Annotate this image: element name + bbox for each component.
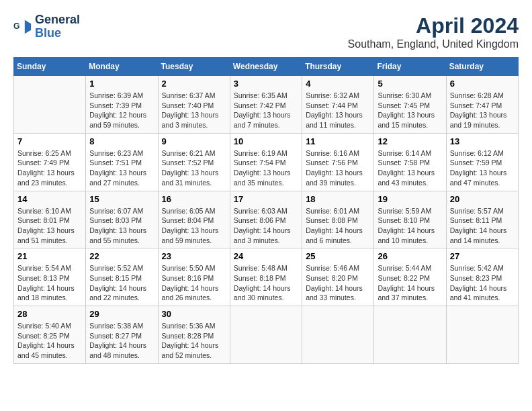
- calendar-cell: 15Sunrise: 6:07 AM Sunset: 8:03 PM Dayli…: [86, 191, 158, 248]
- day-info: Sunrise: 6:01 AM Sunset: 8:08 PM Dayligh…: [306, 206, 370, 246]
- day-info: Sunrise: 5:46 AM Sunset: 8:20 PM Dayligh…: [306, 263, 370, 303]
- day-number: 11: [306, 136, 370, 146]
- logo-icon: G: [13, 17, 32, 36]
- day-number: 26: [378, 251, 442, 261]
- calendar-cell: 12Sunrise: 6:14 AM Sunset: 7:58 PM Dayli…: [374, 133, 446, 191]
- calendar-cell: 17Sunrise: 6:03 AM Sunset: 8:06 PM Dayli…: [230, 191, 302, 248]
- column-header-friday: Friday: [374, 58, 446, 76]
- calendar-cell: 13Sunrise: 6:12 AM Sunset: 7:59 PM Dayli…: [446, 133, 518, 191]
- day-info: Sunrise: 5:48 AM Sunset: 8:18 PM Dayligh…: [234, 263, 298, 303]
- calendar-cell: 20Sunrise: 5:57 AM Sunset: 8:11 PM Dayli…: [446, 191, 518, 248]
- day-info: Sunrise: 6:21 AM Sunset: 7:52 PM Dayligh…: [162, 148, 226, 188]
- day-info: Sunrise: 6:39 AM Sunset: 7:39 PM Dayligh…: [89, 91, 154, 130]
- calendar-cell: 18Sunrise: 6:01 AM Sunset: 8:08 PM Dayli…: [302, 191, 374, 248]
- day-number: 4: [306, 79, 370, 89]
- day-number: 21: [17, 251, 82, 261]
- calendar-cell: 8Sunrise: 6:23 AM Sunset: 7:51 PM Daylig…: [86, 133, 158, 191]
- day-number: 25: [306, 251, 370, 261]
- main-title: April 2024: [348, 13, 519, 38]
- calendar-cell: 28Sunrise: 5:40 AM Sunset: 8:25 PM Dayli…: [14, 306, 86, 364]
- calendar-cell: 25Sunrise: 5:46 AM Sunset: 8:20 PM Dayli…: [302, 248, 374, 306]
- subtitle: Southam, England, United Kingdom: [348, 38, 519, 50]
- day-number: 8: [89, 136, 154, 146]
- calendar-cell: 16Sunrise: 6:05 AM Sunset: 8:04 PM Dayli…: [158, 191, 230, 248]
- calendar-header-row: SundayMondayTuesdayWednesdayThursdayFrid…: [14, 58, 519, 76]
- day-number: 13: [450, 136, 515, 146]
- day-info: Sunrise: 6:32 AM Sunset: 7:44 PM Dayligh…: [306, 91, 370, 130]
- week-row-3: 14Sunrise: 6:10 AM Sunset: 8:01 PM Dayli…: [14, 191, 519, 248]
- logo-line2: Blue: [35, 27, 80, 40]
- day-number: 27: [450, 251, 515, 261]
- day-number: 19: [378, 194, 442, 204]
- day-info: Sunrise: 5:40 AM Sunset: 8:25 PM Dayligh…: [17, 321, 82, 361]
- day-info: Sunrise: 6:16 AM Sunset: 7:56 PM Dayligh…: [306, 148, 370, 188]
- calendar-body: 1Sunrise: 6:39 AM Sunset: 7:39 PM Daylig…: [14, 76, 519, 364]
- day-number: 28: [17, 309, 82, 319]
- calendar-cell: 6Sunrise: 6:28 AM Sunset: 7:47 PM Daylig…: [446, 76, 518, 134]
- calendar-cell: [446, 306, 518, 364]
- day-number: 15: [89, 194, 154, 204]
- calendar-cell: 3Sunrise: 6:35 AM Sunset: 7:42 PM Daylig…: [230, 76, 302, 134]
- week-row-4: 21Sunrise: 5:54 AM Sunset: 8:13 PM Dayli…: [14, 248, 519, 306]
- day-info: Sunrise: 6:25 AM Sunset: 7:49 PM Dayligh…: [17, 148, 82, 188]
- calendar-cell: 19Sunrise: 5:59 AM Sunset: 8:10 PM Dayli…: [374, 191, 446, 248]
- logo: G General Blue: [13, 13, 80, 40]
- logo-text: General Blue: [35, 13, 80, 40]
- day-number: 12: [378, 136, 442, 146]
- day-info: Sunrise: 6:30 AM Sunset: 7:45 PM Dayligh…: [378, 91, 442, 130]
- day-info: Sunrise: 5:44 AM Sunset: 8:22 PM Dayligh…: [378, 263, 442, 303]
- day-number: 9: [162, 136, 226, 146]
- logo-line1: General: [35, 13, 80, 27]
- week-row-2: 7Sunrise: 6:25 AM Sunset: 7:49 PM Daylig…: [14, 133, 519, 191]
- column-header-thursday: Thursday: [302, 58, 374, 76]
- day-info: Sunrise: 6:23 AM Sunset: 7:51 PM Dayligh…: [89, 148, 154, 188]
- day-info: Sunrise: 6:37 AM Sunset: 7:40 PM Dayligh…: [162, 91, 226, 130]
- day-number: 10: [234, 136, 298, 146]
- day-number: 18: [306, 194, 370, 204]
- calendar-cell: 26Sunrise: 5:44 AM Sunset: 8:22 PM Dayli…: [374, 248, 446, 306]
- column-header-monday: Monday: [86, 58, 158, 76]
- day-number: 30: [162, 309, 226, 319]
- day-info: Sunrise: 6:07 AM Sunset: 8:03 PM Dayligh…: [89, 206, 154, 246]
- day-number: 6: [450, 79, 515, 89]
- calendar-cell: 1Sunrise: 6:39 AM Sunset: 7:39 PM Daylig…: [86, 76, 158, 134]
- day-number: 1: [89, 79, 154, 89]
- day-number: 7: [17, 136, 82, 146]
- calendar-cell: [230, 306, 302, 364]
- calendar-cell: 4Sunrise: 6:32 AM Sunset: 7:44 PM Daylig…: [302, 76, 374, 134]
- day-info: Sunrise: 5:52 AM Sunset: 8:15 PM Dayligh…: [89, 263, 154, 303]
- week-row-1: 1Sunrise: 6:39 AM Sunset: 7:39 PM Daylig…: [14, 76, 519, 134]
- day-number: 2: [162, 79, 226, 89]
- day-info: Sunrise: 5:57 AM Sunset: 8:11 PM Dayligh…: [450, 206, 515, 246]
- calendar-cell: 11Sunrise: 6:16 AM Sunset: 7:56 PM Dayli…: [302, 133, 374, 191]
- title-block: April 2024 Southam, England, United King…: [348, 13, 519, 50]
- calendar-cell: [302, 306, 374, 364]
- day-info: Sunrise: 6:05 AM Sunset: 8:04 PM Dayligh…: [162, 206, 226, 246]
- calendar-cell: [14, 76, 86, 134]
- day-info: Sunrise: 6:10 AM Sunset: 8:01 PM Dayligh…: [17, 206, 82, 246]
- day-info: Sunrise: 6:14 AM Sunset: 7:58 PM Dayligh…: [378, 148, 442, 188]
- calendar-cell: 21Sunrise: 5:54 AM Sunset: 8:13 PM Dayli…: [14, 248, 86, 306]
- day-number: 17: [234, 194, 298, 204]
- calendar-cell: [374, 306, 446, 364]
- day-number: 29: [89, 309, 154, 319]
- column-header-wednesday: Wednesday: [230, 58, 302, 76]
- column-header-tuesday: Tuesday: [158, 58, 230, 76]
- day-number: 14: [17, 194, 82, 204]
- week-row-5: 28Sunrise: 5:40 AM Sunset: 8:25 PM Dayli…: [14, 306, 519, 364]
- calendar-cell: 2Sunrise: 6:37 AM Sunset: 7:40 PM Daylig…: [158, 76, 230, 134]
- calendar-cell: 30Sunrise: 5:36 AM Sunset: 8:28 PM Dayli…: [158, 306, 230, 364]
- page-header: G General Blue April 2024 Southam, Engla…: [13, 13, 519, 50]
- calendar-cell: 27Sunrise: 5:42 AM Sunset: 8:23 PM Dayli…: [446, 248, 518, 306]
- day-info: Sunrise: 5:36 AM Sunset: 8:28 PM Dayligh…: [162, 321, 226, 361]
- calendar-cell: 10Sunrise: 6:19 AM Sunset: 7:54 PM Dayli…: [230, 133, 302, 191]
- day-info: Sunrise: 5:59 AM Sunset: 8:10 PM Dayligh…: [378, 206, 442, 246]
- day-number: 5: [378, 79, 442, 89]
- day-number: 16: [162, 194, 226, 204]
- calendar-cell: 7Sunrise: 6:25 AM Sunset: 7:49 PM Daylig…: [14, 133, 86, 191]
- calendar-table: SundayMondayTuesdayWednesdayThursdayFrid…: [13, 57, 519, 364]
- day-number: 20: [450, 194, 515, 204]
- day-info: Sunrise: 6:03 AM Sunset: 8:06 PM Dayligh…: [234, 206, 298, 246]
- calendar-cell: 22Sunrise: 5:52 AM Sunset: 8:15 PM Dayli…: [86, 248, 158, 306]
- calendar-cell: 24Sunrise: 5:48 AM Sunset: 8:18 PM Dayli…: [230, 248, 302, 306]
